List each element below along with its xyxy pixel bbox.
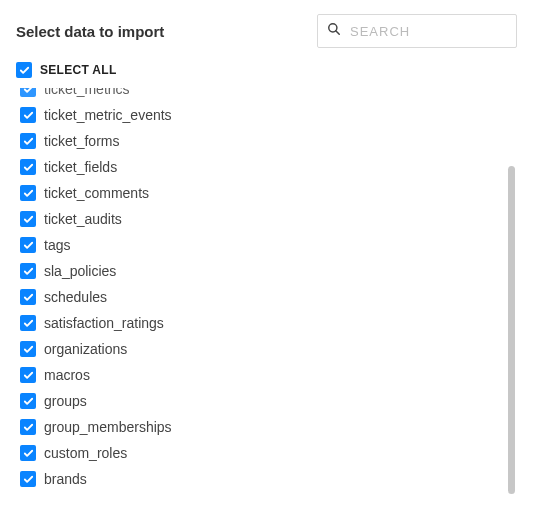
search-wrapper xyxy=(317,14,517,48)
list-item[interactable]: organizations xyxy=(20,336,509,362)
list-item[interactable]: ticket_metrics xyxy=(20,88,509,102)
list-item[interactable]: sla_policies xyxy=(20,258,509,284)
list-item[interactable]: tags xyxy=(20,232,509,258)
item-checkbox[interactable] xyxy=(20,263,36,279)
select-all-row[interactable]: SELECT ALL xyxy=(0,62,537,88)
item-label: macros xyxy=(44,367,90,383)
list-item[interactable]: brands xyxy=(20,466,509,492)
item-label: ticket_forms xyxy=(44,133,119,149)
item-label: ticket_metric_events xyxy=(44,107,172,123)
item-label: ticket_fields xyxy=(44,159,117,175)
list-item[interactable]: ticket_fields xyxy=(20,154,509,180)
scrollbar-track[interactable] xyxy=(508,98,515,502)
item-checkbox[interactable] xyxy=(20,107,36,123)
list-item[interactable]: groups xyxy=(20,388,509,414)
item-checkbox[interactable] xyxy=(20,341,36,357)
item-label: organizations xyxy=(44,341,127,357)
item-checkbox[interactable] xyxy=(20,237,36,253)
item-label: tags xyxy=(44,237,70,253)
list-item[interactable]: satisfaction_ratings xyxy=(20,310,509,336)
item-checkbox[interactable] xyxy=(20,471,36,487)
item-checkbox[interactable] xyxy=(20,367,36,383)
list-item[interactable]: ticket_metric_events xyxy=(20,102,509,128)
item-label: group_memberships xyxy=(44,419,172,435)
list-item[interactable]: macros xyxy=(20,362,509,388)
item-checkbox[interactable] xyxy=(20,289,36,305)
item-label: brands xyxy=(44,471,87,487)
list-item[interactable]: ticket_comments xyxy=(20,180,509,206)
page-title: Select data to import xyxy=(16,23,164,40)
select-all-label: SELECT ALL xyxy=(40,63,117,77)
item-checkbox[interactable] xyxy=(20,133,36,149)
item-label: sla_policies xyxy=(44,263,116,279)
data-list: ticket_metricsticket_metric_eventsticket… xyxy=(0,88,537,493)
item-checkbox[interactable] xyxy=(20,88,36,97)
item-label: groups xyxy=(44,393,87,409)
item-checkbox[interactable] xyxy=(20,393,36,409)
item-label: schedules xyxy=(44,289,107,305)
item-label: ticket_comments xyxy=(44,185,149,201)
list-item[interactable]: ticket_audits xyxy=(20,206,509,232)
item-label: ticket_metrics xyxy=(44,88,130,97)
item-checkbox[interactable] xyxy=(20,315,36,331)
item-checkbox[interactable] xyxy=(20,211,36,227)
item-checkbox[interactable] xyxy=(20,159,36,175)
select-all-checkbox[interactable] xyxy=(16,62,32,78)
item-label: satisfaction_ratings xyxy=(44,315,164,331)
list-item[interactable]: ticket_forms xyxy=(20,128,509,154)
search-input[interactable] xyxy=(317,14,517,48)
item-label: ticket_audits xyxy=(44,211,122,227)
item-checkbox[interactable] xyxy=(20,185,36,201)
item-label: custom_roles xyxy=(44,445,127,461)
list-item[interactable]: custom_roles xyxy=(20,440,509,466)
item-checkbox[interactable] xyxy=(20,445,36,461)
list-item[interactable]: group_memberships xyxy=(20,414,509,440)
scrollbar-thumb[interactable] xyxy=(508,166,515,494)
item-checkbox[interactable] xyxy=(20,419,36,435)
list-item[interactable]: schedules xyxy=(20,284,509,310)
